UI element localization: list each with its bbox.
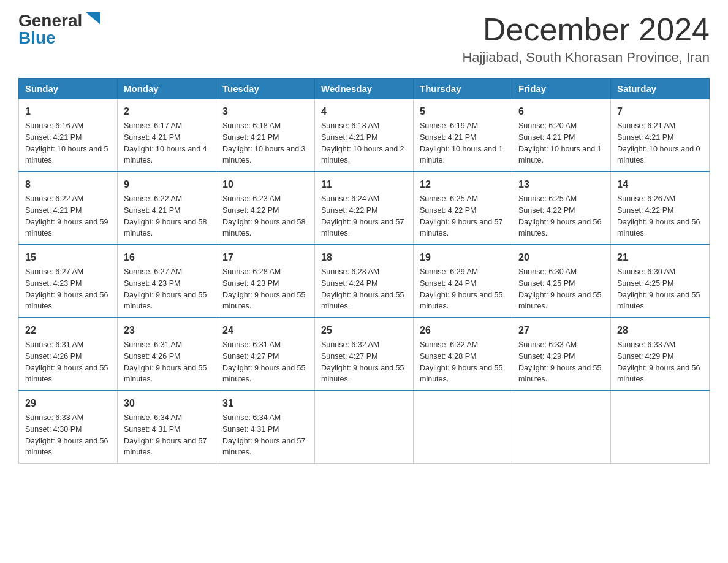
weekday-header: Tuesday	[216, 79, 315, 99]
calendar-day-cell: 14Sunrise: 6:26 AMSunset: 4:22 PMDayligh…	[611, 172, 710, 245]
day-number: 22	[25, 323, 111, 338]
calendar-day-cell: 16Sunrise: 6:27 AMSunset: 4:23 PMDayligh…	[118, 245, 216, 318]
day-number: 5	[420, 104, 506, 119]
day-number: 3	[222, 104, 308, 119]
calendar-day-cell: 17Sunrise: 6:28 AMSunset: 4:23 PMDayligh…	[216, 245, 315, 318]
logo-blue-text: Blue	[18, 29, 56, 47]
calendar-day-cell: 29Sunrise: 6:33 AMSunset: 4:30 PMDayligh…	[19, 391, 118, 464]
calendar-week-row: 1Sunrise: 6:16 AMSunset: 4:21 PMDaylight…	[19, 99, 710, 172]
calendar-day-cell: 2Sunrise: 6:17 AMSunset: 4:21 PMDaylight…	[118, 99, 216, 172]
day-number: 14	[617, 177, 703, 192]
calendar-day-cell: 13Sunrise: 6:25 AMSunset: 4:22 PMDayligh…	[512, 172, 611, 245]
calendar-header-row: SundayMondayTuesdayWednesdayThursdayFrid…	[19, 79, 710, 99]
calendar-day-cell	[414, 391, 512, 464]
day-number: 25	[321, 323, 407, 338]
calendar-day-cell: 7Sunrise: 6:21 AMSunset: 4:21 PMDaylight…	[611, 99, 710, 172]
calendar-week-row: 29Sunrise: 6:33 AMSunset: 4:30 PMDayligh…	[19, 391, 710, 464]
day-number: 24	[222, 323, 308, 338]
calendar-week-row: 22Sunrise: 6:31 AMSunset: 4:26 PMDayligh…	[19, 318, 710, 391]
day-number: 27	[518, 323, 604, 338]
calendar-day-cell: 21Sunrise: 6:30 AMSunset: 4:25 PMDayligh…	[611, 245, 710, 318]
calendar-day-cell	[315, 391, 414, 464]
weekday-header: Monday	[118, 79, 216, 99]
day-number: 28	[617, 323, 703, 338]
calendar-day-cell: 20Sunrise: 6:30 AMSunset: 4:25 PMDayligh…	[512, 245, 611, 318]
calendar-day-cell: 19Sunrise: 6:29 AMSunset: 4:24 PMDayligh…	[414, 245, 512, 318]
day-number: 23	[124, 323, 210, 338]
calendar-day-cell: 1Sunrise: 6:16 AMSunset: 4:21 PMDaylight…	[19, 99, 118, 172]
day-number: 7	[617, 104, 703, 119]
calendar-week-row: 15Sunrise: 6:27 AMSunset: 4:23 PMDayligh…	[19, 245, 710, 318]
logo-triangle-icon	[86, 12, 100, 25]
calendar-day-cell	[512, 391, 611, 464]
day-number: 26	[420, 323, 506, 338]
calendar-day-cell: 25Sunrise: 6:32 AMSunset: 4:27 PMDayligh…	[315, 318, 414, 391]
calendar-day-cell: 11Sunrise: 6:24 AMSunset: 4:22 PMDayligh…	[315, 172, 414, 245]
day-number: 11	[321, 177, 407, 192]
calendar-day-cell: 23Sunrise: 6:31 AMSunset: 4:26 PMDayligh…	[118, 318, 216, 391]
logo-general-text: General	[18, 12, 82, 29]
header-right: December 2024 Hajjiabad, South Khorasan …	[462, 12, 710, 66]
calendar-day-cell: 18Sunrise: 6:28 AMSunset: 4:24 PMDayligh…	[315, 245, 414, 318]
day-number: 8	[25, 177, 111, 192]
weekday-header: Wednesday	[315, 79, 414, 99]
day-number: 2	[124, 104, 210, 119]
day-number: 6	[518, 104, 604, 119]
day-number: 1	[25, 104, 111, 119]
day-number: 29	[25, 396, 111, 411]
calendar-week-row: 8Sunrise: 6:22 AMSunset: 4:21 PMDaylight…	[19, 172, 710, 245]
day-number: 20	[518, 250, 604, 265]
calendar-day-cell: 5Sunrise: 6:19 AMSunset: 4:21 PMDaylight…	[414, 99, 512, 172]
day-number: 30	[124, 396, 210, 411]
page-header: General Blue December 2024 Hajjiabad, So…	[18, 12, 710, 66]
day-number: 17	[222, 250, 308, 265]
calendar-day-cell: 10Sunrise: 6:23 AMSunset: 4:22 PMDayligh…	[216, 172, 315, 245]
day-number: 18	[321, 250, 407, 265]
svg-marker-0	[86, 12, 100, 25]
calendar-table: SundayMondayTuesdayWednesdayThursdayFrid…	[18, 78, 710, 464]
day-number: 12	[420, 177, 506, 192]
day-number: 10	[222, 177, 308, 192]
calendar-day-cell: 9Sunrise: 6:22 AMSunset: 4:21 PMDaylight…	[118, 172, 216, 245]
calendar-day-cell: 24Sunrise: 6:31 AMSunset: 4:27 PMDayligh…	[216, 318, 315, 391]
day-number: 13	[518, 177, 604, 192]
calendar-day-cell: 4Sunrise: 6:18 AMSunset: 4:21 PMDaylight…	[315, 99, 414, 172]
day-number: 9	[124, 177, 210, 192]
weekday-header: Sunday	[19, 79, 118, 99]
logo: General Blue	[18, 12, 100, 47]
calendar-day-cell: 8Sunrise: 6:22 AMSunset: 4:21 PMDaylight…	[19, 172, 118, 245]
weekday-header: Friday	[512, 79, 611, 99]
calendar-day-cell: 3Sunrise: 6:18 AMSunset: 4:21 PMDaylight…	[216, 99, 315, 172]
day-number: 31	[222, 396, 308, 411]
day-number: 15	[25, 250, 111, 265]
calendar-day-cell: 6Sunrise: 6:20 AMSunset: 4:21 PMDaylight…	[512, 99, 611, 172]
day-number: 16	[124, 250, 210, 265]
calendar-day-cell: 30Sunrise: 6:34 AMSunset: 4:31 PMDayligh…	[118, 391, 216, 464]
calendar-day-cell: 22Sunrise: 6:31 AMSunset: 4:26 PMDayligh…	[19, 318, 118, 391]
day-number: 19	[420, 250, 506, 265]
day-number: 4	[321, 104, 407, 119]
month-title: December 2024	[462, 12, 710, 47]
calendar-day-cell: 12Sunrise: 6:25 AMSunset: 4:22 PMDayligh…	[414, 172, 512, 245]
weekday-header: Thursday	[414, 79, 512, 99]
day-number: 21	[617, 250, 703, 265]
location-text: Hajjiabad, South Khorasan Province, Iran	[462, 50, 710, 66]
calendar-day-cell: 26Sunrise: 6:32 AMSunset: 4:28 PMDayligh…	[414, 318, 512, 391]
calendar-day-cell: 31Sunrise: 6:34 AMSunset: 4:31 PMDayligh…	[216, 391, 315, 464]
calendar-day-cell: 28Sunrise: 6:33 AMSunset: 4:29 PMDayligh…	[611, 318, 710, 391]
weekday-header: Saturday	[611, 79, 710, 99]
calendar-day-cell: 27Sunrise: 6:33 AMSunset: 4:29 PMDayligh…	[512, 318, 611, 391]
calendar-day-cell	[611, 391, 710, 464]
calendar-day-cell: 15Sunrise: 6:27 AMSunset: 4:23 PMDayligh…	[19, 245, 118, 318]
